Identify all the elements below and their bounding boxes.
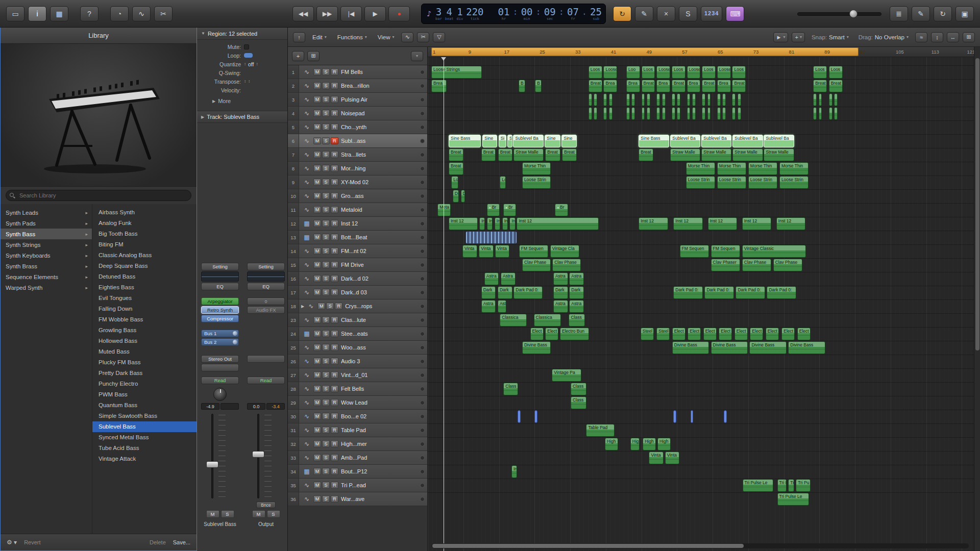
region-hig[interactable]: Hig [630, 438, 640, 450]
region[interactable] [834, 107, 838, 120]
region[interactable] [518, 410, 521, 423]
region-loos[interactable]: Loos [702, 66, 716, 79]
track-indicator[interactable] [420, 414, 425, 419]
patch-item-big-tooth-bass[interactable]: Big Tooth Bass [92, 229, 197, 239]
region[interactable] [631, 93, 635, 106]
region-class[interactable]: Class [571, 396, 586, 409]
track-solo-button[interactable]: S [322, 316, 330, 323]
track-indicator[interactable] [420, 70, 425, 74]
track-indicator[interactable] [420, 263, 425, 267]
patch-item-plucky-fm-bass[interactable]: Plucky FM Bass [92, 357, 197, 368]
region-sublevel-ba[interactable]: Sublevel Ba [513, 135, 543, 147]
region-si[interactable]: Si [499, 135, 507, 147]
region-breat[interactable]: Breat [481, 148, 496, 161]
region-breat[interactable]: Breat [562, 148, 577, 161]
track-indicator[interactable] [420, 304, 425, 309]
track-mute-button[interactable]: M [313, 413, 321, 420]
region-divine-bass[interactable]: Divine Bass [522, 341, 551, 354]
region-sine-bass[interactable]: Sine Bass [449, 135, 481, 147]
sidebar-item-synth-bass[interactable]: Synth Bass▸ [1, 229, 92, 239]
track-mute-button[interactable]: M [313, 482, 321, 489]
volume-fader[interactable] [201, 413, 239, 499]
autopunch-button[interactable]: ✎ [635, 6, 653, 21]
track-solo-button[interactable]: S [322, 358, 330, 365]
region-sine[interactable]: Sine [482, 135, 497, 147]
track-solo-button[interactable]: S [322, 151, 330, 158]
region[interactable] [656, 93, 660, 106]
track-solo-button[interactable]: S [322, 468, 330, 475]
region-d[interactable]: D [461, 190, 465, 203]
output-slot[interactable] [247, 355, 285, 363]
region[interactable] [642, 107, 645, 120]
track-solo-button[interactable]: S [322, 110, 330, 117]
region-sine[interactable]: Sine [561, 135, 577, 147]
track-mute-button[interactable]: M [313, 123, 321, 131]
track-header-31[interactable]: 31∿MSRTable Pad [288, 423, 427, 437]
track-header-2[interactable]: 2∿MSRBrea...rillon [288, 79, 427, 93]
value-cell[interactable]: 0.0 [247, 403, 265, 410]
region-loos[interactable]: Loos [589, 66, 602, 79]
track-indicator[interactable] [420, 345, 425, 350]
track-record-button[interactable]: R [331, 123, 338, 131]
region-elect[interactable]: Elect [530, 328, 544, 340]
crossfade-tool-icon[interactable]: ∿ [401, 32, 413, 42]
region-vinta[interactable]: Vinta [665, 452, 680, 464]
track-record-button[interactable]: R [331, 344, 338, 351]
track-solo-button[interactable]: S [322, 385, 330, 392]
region-brea[interactable]: Brea [431, 80, 447, 92]
track-indicator[interactable] [420, 387, 425, 391]
region-elect[interactable]: Elect [797, 328, 811, 340]
track-record-button[interactable]: R [331, 96, 338, 103]
region-clav-phaser[interactable]: Clav Phaser [711, 259, 740, 271]
region-elect[interactable]: Elect [781, 328, 795, 340]
track-header-13[interactable]: 13▦MSRBott...Beat [288, 231, 427, 244]
cycle-region[interactable] [431, 47, 859, 56]
region[interactable] [702, 93, 705, 106]
patch-item-classic-analog-bass[interactable]: Classic Analog Bass [92, 250, 197, 261]
region-loose-strin[interactable]: Loose Strin [779, 176, 808, 189]
solo-button[interactable]: S [679, 6, 697, 21]
library-search-input[interactable] [6, 190, 191, 201]
lcd-position-display[interactable]: 3bar4beat1div220tick [435, 7, 484, 21]
track-record-button[interactable]: R [331, 289, 338, 296]
region-lo[interactable]: Lo [500, 176, 506, 189]
track-indicator[interactable] [420, 442, 425, 446]
track-record-button[interactable]: R [331, 482, 338, 489]
region-astra[interactable]: Astra [569, 272, 584, 285]
track-mute-button[interactable]: M [313, 165, 321, 172]
region[interactable] [677, 107, 680, 120]
region-breat[interactable]: Breat [545, 148, 560, 161]
track-record-button[interactable]: R [331, 179, 338, 186]
track-solo-button[interactable]: S [322, 440, 330, 447]
param-control-loop[interactable] [244, 53, 253, 58]
auto-zoom-icon[interactable]: ↕ [931, 32, 943, 42]
midi-fx-slot-arpeggiator[interactable]: Arpeggiator [201, 297, 239, 305]
region-loose[interactable]: Loose [687, 66, 701, 79]
region-br[interactable]: Br [503, 204, 516, 216]
region-dark-pad-0-[interactable]: Dark Pad 0: [736, 286, 765, 299]
track-indicator[interactable] [420, 469, 425, 474]
more-disclosure[interactable]: ▶ More [197, 96, 287, 106]
track-mute-button[interactable]: M [313, 316, 321, 323]
eq-slot[interactable]: EQ [201, 283, 239, 290]
track-record-button[interactable]: R [331, 330, 338, 337]
smart-controls-icon[interactable]: ▦ [50, 6, 68, 21]
track-record-button[interactable]: R [331, 206, 338, 213]
region[interactable] [702, 107, 705, 120]
eq-thumbnail[interactable] [247, 271, 285, 282]
track-solo-button[interactable]: S [322, 96, 330, 103]
region-morse-thin[interactable]: Morse Thin [686, 162, 715, 175]
track-solo-button[interactable]: S [322, 68, 330, 76]
fader-handle[interactable] [206, 461, 218, 468]
track-solo-button[interactable]: S [322, 371, 330, 379]
region-sublevel-ba[interactable]: Sublevel Ba [670, 135, 700, 147]
track-header-15[interactable]: 15∿MSRFM Drive [288, 258, 427, 272]
forward-button[interactable]: ▶▶ [316, 6, 338, 21]
delete-button[interactable]: Delete [150, 539, 166, 545]
region-loos[interactable]: Loos [813, 66, 827, 79]
track-header-14[interactable]: 14∿MSRFM...nt 02 [288, 244, 427, 258]
musical-typing-button[interactable]: ⌨ [726, 6, 744, 21]
region[interactable] [691, 410, 694, 423]
drag-menu[interactable]: Drag: No Overlap ▾ [855, 34, 912, 40]
region-breat[interactable]: Breat [449, 162, 463, 175]
